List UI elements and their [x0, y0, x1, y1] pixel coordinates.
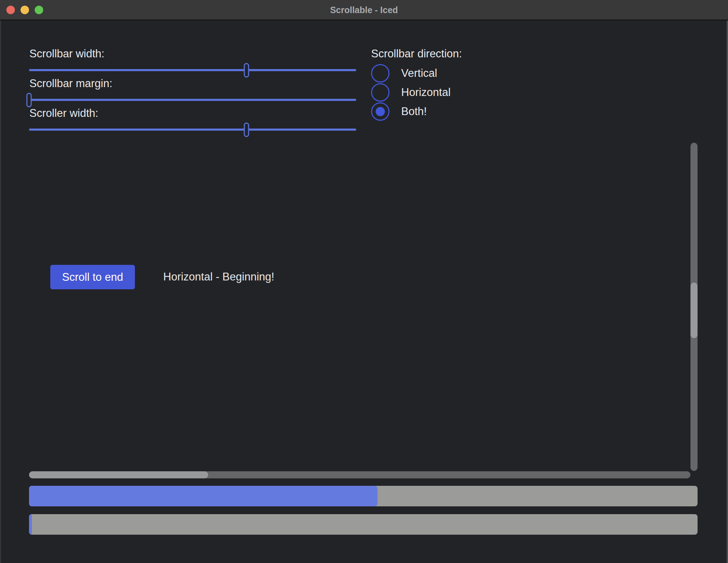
scroll-to-end-button[interactable]: Scroll to end	[50, 265, 135, 289]
progress-fill	[29, 514, 32, 535]
vertical-scrollbar-thumb[interactable]	[690, 283, 698, 338]
slider-handle[interactable]	[244, 63, 249, 78]
radio-option-label: Horizontal	[401, 86, 451, 99]
scrollbar-width-label: Scrollbar width:	[29, 47, 104, 60]
scrollbar-margin-label: Scrollbar margin:	[29, 77, 112, 90]
slider-handle[interactable]	[244, 123, 249, 137]
radio-circle-icon	[371, 64, 389, 83]
scrollbar-direction-label: Scrollbar direction:	[371, 47, 462, 60]
vertical-scroll-progress-bar	[29, 486, 698, 506]
radio-option-both[interactable]: Both!	[371, 102, 427, 121]
radio-circle-icon	[371, 102, 389, 121]
radio-option-label: Vertical	[401, 67, 437, 80]
radio-option-vertical[interactable]: Vertical	[371, 64, 437, 83]
slider-handle[interactable]	[27, 93, 32, 107]
window-title: Scrollable - Iced	[0, 0, 728, 19]
scroll-status-text: Horizontal - Beginning!	[163, 271, 274, 283]
radio-option-horizontal[interactable]: Horizontal	[371, 83, 451, 102]
horizontal-scroll-progress-bar	[29, 514, 698, 535]
slider-rail[interactable]	[29, 69, 356, 71]
scroller-width-label: Scroller width:	[29, 107, 98, 120]
window-root: Scrollable - Iced Scrollbar width: Scrol…	[0, 0, 728, 563]
vertical-scrollbar[interactable]	[690, 143, 698, 471]
window-left-edge	[0, 0, 1, 563]
titlebar: Scrollable - Iced	[0, 0, 728, 21]
radio-circle-icon	[371, 83, 389, 102]
slider-rail[interactable]	[29, 129, 356, 131]
slider-rail[interactable]	[29, 99, 356, 101]
horizontal-scrollbar[interactable]	[29, 471, 690, 478]
progress-fill	[29, 486, 377, 506]
horizontal-scrollbar-thumb[interactable]	[29, 471, 208, 478]
radio-dot-icon	[376, 107, 385, 116]
window-right-edge	[727, 0, 728, 563]
radio-option-label: Both!	[401, 105, 427, 118]
